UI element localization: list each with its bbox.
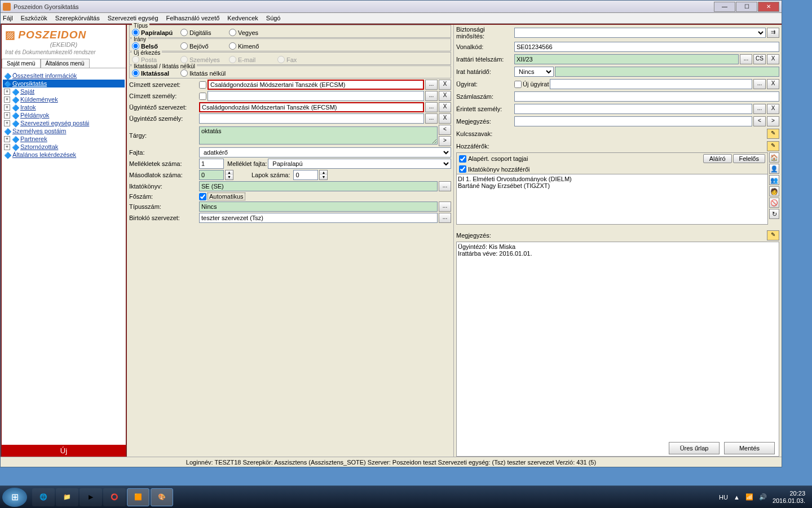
addressee-person-lookup[interactable]: ... — [425, 91, 438, 101]
handler-person-lookup[interactable]: ... — [425, 113, 438, 124]
addressee-org-clear[interactable]: X — [439, 80, 451, 90]
menu-tools[interactable]: Eszközök — [21, 15, 47, 21]
archive-item-clear[interactable]: X — [767, 54, 779, 64]
tree-item-quickreg[interactable]: 🔷Gyorsiktatás — [3, 80, 125, 87]
tree-item-partners[interactable]: +🔷Partnerek — [3, 135, 125, 143]
kind-select[interactable]: adatkérő — [199, 147, 451, 157]
radio-withreg[interactable]: Iktatással — [132, 69, 177, 77]
note-more[interactable]: > — [767, 116, 779, 126]
handler-org-lookup[interactable]: ... — [425, 102, 438, 112]
tray-net-icon[interactable]: 📶 — [745, 493, 753, 501]
sec-class-action[interactable]: ⇉ — [767, 28, 779, 38]
chk-addressee-org[interactable] — [199, 81, 206, 89]
affected-lookup[interactable]: ... — [753, 104, 766, 114]
keywords-edit[interactable]: ✎ — [767, 129, 779, 139]
tb-chrome-icon[interactable]: ⭕ — [103, 488, 126, 506]
handler-person-field[interactable] — [199, 113, 424, 124]
access-row[interactable]: Bartáné Nagy Erzsébet (TIGZXT) — [458, 182, 766, 189]
sec-class-select[interactable] — [514, 28, 766, 38]
handler-org-clear[interactable]: X — [439, 102, 451, 112]
access-remove-group-icon[interactable]: 🚫 — [769, 198, 779, 208]
save-button[interactable]: Mentés — [724, 442, 775, 454]
dup-up[interactable]: ▲ — [226, 170, 233, 175]
access-refresh-icon[interactable]: ↻ — [769, 209, 779, 219]
tb-ie-icon[interactable]: 🌐 — [32, 488, 55, 506]
chk-default-group[interactable]: Alapért. csoport tagjai — [459, 155, 528, 163]
attachment-kind[interactable]: Papíralapú — [268, 159, 451, 169]
addressee-org-field[interactable] — [208, 80, 424, 90]
tray-lang[interactable]: HU — [719, 494, 728, 501]
radio-paper[interactable]: Papíralapú — [132, 29, 177, 36]
addressee-person-field[interactable] — [208, 91, 424, 101]
archive-item-lookup[interactable]: ... — [740, 54, 752, 64]
barcode-field[interactable] — [514, 42, 779, 52]
responsible-button[interactable]: Felelős — [733, 154, 765, 163]
affected-clear[interactable]: X — [767, 104, 779, 114]
tb-explorer-icon[interactable]: 📁 — [56, 488, 78, 506]
pages-count[interactable] — [293, 170, 318, 180]
invoice-field[interactable] — [514, 91, 779, 102]
tree-item-copies[interactable]: +🔷Példányok — [3, 111, 125, 119]
chk-addressee-person[interactable] — [199, 93, 206, 100]
pages-dn[interactable]: ▼ — [320, 175, 327, 179]
new-button[interactable]: Új — [2, 445, 126, 457]
radio-incoming[interactable]: Bejövő — [180, 42, 226, 50]
tb-media-icon[interactable]: ▶ — [80, 488, 102, 506]
tree-item-cancelled[interactable]: +🔷Sztornózottak — [3, 143, 125, 151]
archive-item-field[interactable] — [514, 54, 739, 64]
tray-clock[interactable]: 20:23 2016.01.03. — [773, 490, 805, 503]
tab-general-menu[interactable]: Általános menü — [41, 59, 90, 68]
affected-person-field[interactable] — [514, 104, 752, 114]
auto-checkbox[interactable] — [199, 193, 206, 200]
menu-file[interactable]: Fájl — [3, 15, 13, 21]
addressee-org-lookup[interactable]: ... — [425, 80, 438, 90]
archive-item-cs[interactable]: CS — [753, 54, 766, 64]
addressee-person-clear[interactable]: X — [439, 91, 451, 101]
tray-sound-icon[interactable]: 🔊 — [759, 493, 767, 501]
tree-item-shipments[interactable]: +🔷Küldemények — [3, 95, 125, 103]
subject-less[interactable]: < — [439, 125, 451, 135]
handler-org-field[interactable] — [199, 102, 424, 112]
tree-item-own[interactable]: +🔷Saját — [3, 87, 125, 95]
tree-item-personalmail[interactable]: 🔷Személyes postáim — [3, 127, 125, 135]
signer-button[interactable]: Aláíró — [703, 154, 732, 163]
case-lookup[interactable]: ... — [753, 79, 766, 89]
holder-org-lookup[interactable]: ... — [439, 213, 451, 223]
subject-more[interactable]: > — [439, 136, 451, 146]
menu-help[interactable]: Súgó — [266, 15, 281, 21]
tb-paint-icon[interactable]: 🎨 — [151, 488, 173, 506]
access-home-icon[interactable]: 🏠 — [769, 152, 779, 163]
handler-person-clear[interactable]: X — [439, 113, 451, 124]
radio-internal[interactable]: Belső — [132, 42, 177, 50]
maximize-button[interactable]: ☐ — [736, 2, 757, 12]
note2-edit[interactable]: ✎ — [767, 230, 779, 240]
tree-item-queries[interactable]: 🔷Általános lekérdezések — [3, 151, 125, 159]
tree-item-docs[interactable]: +🔷Iratok — [3, 103, 125, 111]
radio-mixed[interactable]: Vegyes — [229, 29, 274, 36]
start-button[interactable]: ⊞ — [2, 488, 27, 507]
attachment-count[interactable] — [199, 159, 224, 169]
radio-withoutreg[interactable]: Iktatás nélkül — [180, 69, 226, 77]
subject-field[interactable]: oktatás — [199, 126, 438, 144]
close-button[interactable]: ✕ — [758, 2, 779, 12]
radio-outgoing[interactable]: Kimenő — [229, 42, 274, 50]
holder-org-field[interactable] — [199, 213, 438, 223]
menu-fav[interactable]: Kedvencek — [227, 15, 258, 21]
radio-digital[interactable]: Digitális — [180, 29, 226, 36]
access-add-user-icon[interactable]: 👤 — [769, 164, 779, 174]
dup-dn[interactable]: ▼ — [226, 175, 233, 179]
new-case-checkbox[interactable] — [514, 81, 522, 88]
deadline-field[interactable] — [555, 67, 779, 77]
tb-app-icon[interactable]: 🟧 — [127, 488, 149, 506]
menu-userhead[interactable]: Felhasználó vezető — [166, 15, 220, 21]
duplicate-count[interactable] — [199, 170, 224, 180]
access-edit[interactable]: ✎ — [767, 141, 779, 151]
case-field[interactable] — [550, 79, 752, 89]
case-clear[interactable]: X — [767, 79, 779, 89]
tree-item-orgmail[interactable]: +🔷Szervezeti egység postái — [3, 119, 125, 127]
note-box[interactable]: Ügyintéző: Kis Miska Irattárba véve: 201… — [456, 242, 779, 457]
chk-regbook-access[interactable]: Iktatókönyv hozzáférői — [459, 165, 529, 173]
tray-flag-icon[interactable]: ▲ — [734, 494, 740, 501]
tab-own-menu[interactable]: Saját menü — [2, 59, 41, 68]
deadline-select[interactable]: Nincs — [514, 67, 554, 77]
